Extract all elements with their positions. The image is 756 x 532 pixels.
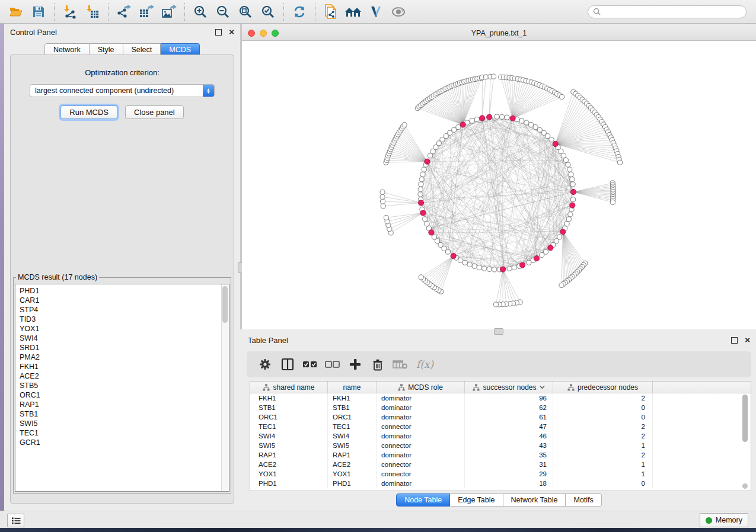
column-header-mcds-role[interactable]: MCDS role [377,382,465,393]
close-panel-icon[interactable]: × [745,337,750,343]
table-cell[interactable]: 62 [465,403,553,412]
float-panel-icon[interactable] [215,29,222,36]
table-cell[interactable]: SWI4 [250,431,328,441]
table-cell[interactable]: 1 [553,460,653,469]
mcds-result-item[interactable]: TID3 [20,315,229,324]
column-header-predecessor-nodes[interactable]: predecessor nodes [553,382,653,393]
table-cell[interactable]: dominator [377,412,465,422]
close-panel-icon[interactable]: × [229,29,234,35]
table-settings-button[interactable] [255,354,275,374]
table-cell[interactable]: STB1 [250,403,328,412]
table-cell[interactable]: connector [377,460,465,469]
table-cell[interactable]: STB1 [328,403,377,412]
table-row[interactable]: SWI4SWI4dominator462 [250,431,751,441]
select-all-button[interactable] [300,354,320,374]
table-cell[interactable]: dominator [377,403,465,412]
export-table-button[interactable] [136,2,157,21]
table-cell[interactable]: 18 [465,479,553,488]
table-cell[interactable]: PHD1 [250,479,328,488]
network-window-titlebar[interactable]: YPA_prune.txt_1 [242,26,756,41]
table-cell[interactable]: ORC1 [250,412,328,422]
table-row[interactable]: PHD1PHD1dominator180 [250,479,751,488]
table-cell[interactable]: YOX1 [328,469,377,479]
table-cell[interactable]: TEC1 [250,422,328,431]
table-cell[interactable]: dominator [377,479,465,488]
table-cell[interactable]: YOX1 [250,469,328,479]
table-cell[interactable]: 2 [553,431,653,441]
table-cell[interactable]: dominator [377,431,465,441]
table-cell[interactable]: 46 [465,431,553,441]
mcds-result-item[interactable]: SWI5 [20,419,229,428]
table-cell[interactable]: 96 [465,393,553,403]
table-cell[interactable]: dominator [377,450,465,460]
refresh-button[interactable] [289,2,310,21]
search-box[interactable] [588,5,747,18]
table-cell[interactable]: 1 [553,441,653,450]
mcds-result-item[interactable]: ACE2 [20,371,229,381]
table-cell[interactable]: connector [377,469,465,479]
clone-network-button[interactable] [321,2,341,21]
tab-node-table[interactable]: Node Table [396,493,450,507]
column-header-successor-nodes[interactable]: successor nodes [465,382,553,393]
table-row[interactable]: YOX1YOX1connector291 [250,469,751,479]
export-network-button[interactable] [114,2,134,21]
table-cell[interactable]: 61 [465,412,553,422]
table-row[interactable]: SWI5SWI5connector431 [250,441,751,450]
function-builder-button[interactable]: f(x) [416,358,433,370]
table-row[interactable]: TEC1TEC1connector472 [250,422,751,431]
zoom-out-button[interactable] [213,2,233,21]
mcds-result-item[interactable]: YOX1 [20,324,229,334]
table-row[interactable]: RAP1RAP1dominator352 [250,450,751,460]
deselect-all-button[interactable] [323,354,343,374]
table-cell[interactable]: ACE2 [328,460,377,469]
table-cell[interactable]: ACE2 [250,460,328,469]
mcds-result-list[interactable]: PHD1CAR1STP4TID3YOX1SWI4SRD1PMA2FKH1ACE2… [15,284,229,492]
table-cell[interactable]: RAP1 [250,450,328,460]
table-cell[interactable]: dominator [377,393,465,403]
table-cell[interactable]: ORC1 [328,412,377,422]
mcds-result-item[interactable]: STB5 [20,381,229,390]
open-file-button[interactable] [6,2,26,21]
zoom-fit-button[interactable] [235,2,256,21]
import-network-button[interactable] [60,2,80,21]
add-row-button[interactable] [345,354,365,374]
import-table-button[interactable] [82,2,103,21]
table-cell[interactable]: FKH1 [250,393,328,403]
table-scrollbar-thumb[interactable] [742,395,748,442]
task-history-button[interactable] [7,514,24,527]
zoom-in-button[interactable] [190,2,210,21]
tab-edge-table[interactable]: Edge Table [450,493,503,507]
mcds-result-item[interactable]: PMA2 [20,352,229,362]
table-cell[interactable]: SWI5 [328,441,377,450]
hide-panel-button[interactable] [388,2,409,21]
zoom-selected-button[interactable] [258,2,278,21]
table-cell[interactable]: PHD1 [328,479,377,488]
table-cell[interactable]: SWI5 [250,441,328,450]
float-panel-icon[interactable] [731,337,738,344]
table-cell[interactable]: TEC1 [328,422,377,431]
table-cell[interactable]: 2 [553,422,653,431]
column-header-name[interactable]: name [328,382,377,393]
table-cell[interactable]: 35 [465,450,553,460]
table-cell[interactable]: connector [377,441,465,450]
table-cell[interactable]: 1 [553,469,653,479]
table-row[interactable]: ACE2ACE2connector311 [250,460,751,469]
horizontal-splitter-grip[interactable] [494,328,503,335]
table-row[interactable]: FKH1FKH1dominator962 [250,393,751,403]
table-row[interactable]: STB1STB1dominator620 [250,403,751,412]
table-cell[interactable]: 0 [553,479,653,488]
delete-table-button[interactable] [390,354,410,374]
table-cell[interactable]: SWI4 [328,431,377,441]
mcds-result-item[interactable]: TEC1 [20,428,229,438]
table-cell[interactable]: 2 [553,393,653,403]
delete-row-button[interactable] [368,354,388,374]
table-cell[interactable]: connector [377,422,465,431]
curator-button[interactable] [366,2,386,21]
mcds-result-item[interactable]: RAP1 [20,400,229,409]
table-cell[interactable]: FKH1 [328,393,377,403]
mcds-result-item[interactable]: SWI4 [20,334,229,343]
table-cell[interactable]: 2 [553,450,653,460]
table-cell[interactable]: 0 [553,403,653,412]
optimization-criterion-select[interactable]: largest connected component (undirected)… [30,84,215,97]
search-input[interactable] [604,7,741,17]
